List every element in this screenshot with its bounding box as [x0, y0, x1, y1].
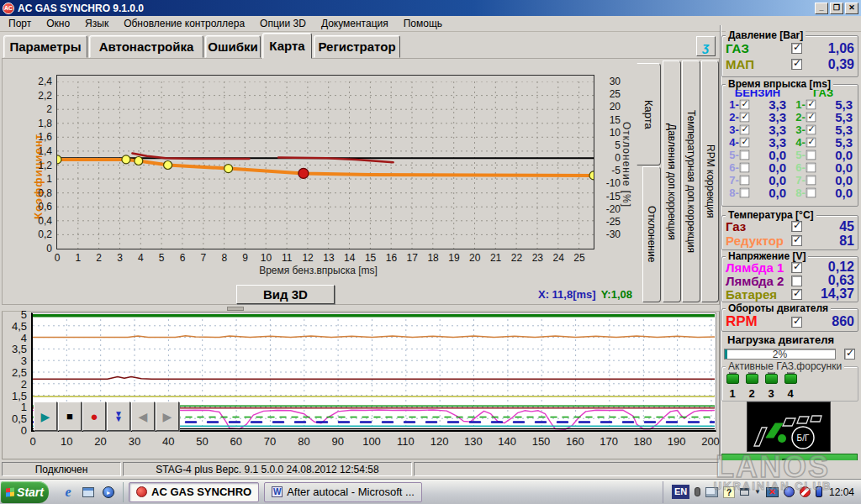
benzin-label: 5-	[725, 149, 739, 161]
step-back-button[interactable]: ◀	[131, 402, 155, 431]
gear-shape-4	[797, 417, 809, 423]
record-button[interactable]: ●	[82, 402, 106, 431]
titlebar[interactable]: AC AC GAS SYNCHRO 9.1.0.0 _ ❐ ✕	[0, 0, 861, 16]
show-desktop-icon[interactable]	[81, 485, 96, 500]
blocked-tray-icon[interactable]	[800, 486, 811, 497]
taskbar-task-ac-gas-synchro[interactable]: AC GAS SYNCHRO	[129, 482, 259, 502]
map-plot[interactable]	[57, 81, 594, 249]
tab-map[interactable]: Карта	[262, 33, 312, 59]
injector-icon-3	[764, 370, 778, 386]
tick-label: 1,4	[38, 145, 52, 157]
benzin-checkbox-1[interactable]	[739, 100, 749, 110]
menu-item-documentation[interactable]: Документация	[321, 18, 388, 29]
language-indicator[interactable]: EN	[672, 485, 689, 499]
bluetooth-tray-icon[interactable]	[784, 486, 795, 497]
gas-checkbox-2[interactable]	[806, 113, 816, 123]
load-progress-fill	[725, 349, 727, 359]
menu-item-3d-options[interactable]: Опции 3D	[260, 18, 306, 29]
tab-autotune[interactable]: Автонастройка	[89, 35, 203, 58]
tick-label: 80	[298, 435, 309, 448]
gas-checkbox-7[interactable]	[806, 176, 816, 186]
step-forward-button[interactable]: ▶	[156, 402, 179, 431]
menu-item-help[interactable]: Помощь	[404, 18, 442, 29]
reducer-temp-checkbox[interactable]	[791, 235, 802, 246]
maroon-upper-line	[33, 377, 715, 380]
benzin-checkbox-3[interactable]	[739, 125, 749, 135]
restore-tray-icon[interactable]	[740, 488, 749, 496]
side-tab-deviation[interactable]: Отклонение	[642, 166, 661, 302]
benzin-checkbox-8[interactable]	[739, 188, 749, 198]
view-3d-button[interactable]: Вид 3D	[236, 285, 335, 304]
benzin-checkbox-2[interactable]	[739, 113, 749, 123]
rpm-checkbox[interactable]	[791, 317, 802, 328]
microphone-icon[interactable]	[695, 487, 700, 496]
gas-checkbox-3[interactable]	[806, 125, 816, 135]
side-tab-temperature-correction[interactable]: Температурная доп.коррекция	[682, 60, 700, 302]
tick-label: 170	[600, 435, 618, 448]
taskbar-task-word[interactable]: W After autocal - Microsoft ...	[264, 482, 422, 502]
load-progressbar: 2%	[724, 349, 836, 360]
menu-item-controller-update[interactable]: Обновление контроллера	[124, 18, 245, 29]
benzin-checkbox-6[interactable]	[739, 163, 749, 173]
benzin-checkbox-7[interactable]	[739, 176, 749, 186]
tablet-pen-icon[interactable]	[705, 487, 718, 497]
tab-errors[interactable]: Ошибки	[205, 35, 261, 58]
taskbar: Start e ▸ AC GAS SYNCHRO W After autocal…	[0, 479, 861, 504]
gas-pressure-checkbox[interactable]	[791, 43, 802, 54]
tick-label: 4	[21, 331, 27, 344]
map-y-axis-left: 2,42,221,81,61,41,210,80,60,40,20	[27, 81, 54, 249]
side-tab-pressure-correction[interactable]: Давления доп.коррекция	[663, 60, 681, 302]
tick-label: 190	[668, 435, 686, 448]
system-tray: EN ? ▼ ✕ 12:04	[663, 481, 861, 503]
menu-item-language[interactable]: Язык	[85, 18, 108, 29]
splitter-thumb[interactable]	[227, 307, 244, 311]
media-player-icon[interactable]: ▸	[101, 485, 116, 500]
tick-label: 16	[386, 252, 397, 264]
help-tray-icon[interactable]: ?	[723, 486, 735, 498]
start-button[interactable]: Start	[1, 481, 49, 503]
map-pressure-checkbox[interactable]	[791, 59, 802, 70]
load-checkbox[interactable]	[844, 349, 855, 360]
gas-checkbox-8[interactable]	[806, 188, 816, 198]
gas-temp-checkbox[interactable]	[791, 221, 802, 232]
connection-button[interactable]: ʒ	[696, 36, 716, 56]
task1-label: AC GAS SYNCHRO	[151, 486, 251, 498]
lambda2-label: Лямбда 2	[726, 274, 791, 288]
side-tab-map[interactable]: Карта	[637, 63, 661, 165]
splitter[interactable]	[2, 306, 720, 312]
cursor-coordinates: X: 11,8[ms]Y:1,08	[471, 288, 632, 301]
reducer-temp-label: Редуктор	[726, 234, 791, 248]
side-tab-rpm-correction[interactable]: RPM коррекция	[701, 60, 719, 302]
close-button[interactable]: ✕	[845, 3, 858, 14]
tab-recorder[interactable]: Регистратор	[314, 35, 400, 58]
menu-item-port[interactable]: Порт	[8, 18, 31, 29]
gas-checkbox-5[interactable]	[806, 150, 816, 160]
restore-button[interactable]: ❐	[830, 3, 843, 14]
download-button[interactable]: ▼▼	[107, 402, 130, 431]
tick-label: 1	[75, 252, 81, 264]
status-spacer	[414, 462, 719, 476]
lambda1-checkbox[interactable]	[791, 262, 802, 273]
benzin-checkbox-5[interactable]	[739, 150, 749, 160]
tick-label: -15	[606, 191, 621, 202]
gas-checkbox-4[interactable]	[806, 138, 816, 148]
network-disconnected-icon[interactable]: ✕	[766, 487, 779, 497]
battery-checkbox[interactable]	[791, 289, 802, 300]
gas-checkbox-1[interactable]	[806, 100, 816, 110]
menu-item-window[interactable]: Окно	[46, 18, 70, 29]
gas-label: 6-	[791, 161, 806, 174]
battery-tray-icon[interactable]	[816, 486, 822, 497]
right-arrow-icon: ▶	[163, 410, 172, 423]
stop-button[interactable]: ■	[58, 402, 82, 431]
injector-icon-2	[745, 370, 758, 386]
benzin-checkbox-4[interactable]	[739, 138, 749, 148]
internet-explorer-icon[interactable]: e	[61, 485, 76, 500]
gas-checkbox-6[interactable]	[806, 163, 816, 173]
tab-parameters[interactable]: Параметры	[3, 35, 87, 58]
play-button[interactable]: ▶	[34, 402, 57, 431]
lambda2-checkbox[interactable]	[791, 276, 802, 286]
temperature-title: Температура [°C]	[726, 209, 816, 221]
tick-label: 3	[117, 252, 123, 264]
minimize-button[interactable]: _	[815, 3, 828, 14]
tray-expand-arrow[interactable]: ▼	[754, 488, 761, 496]
